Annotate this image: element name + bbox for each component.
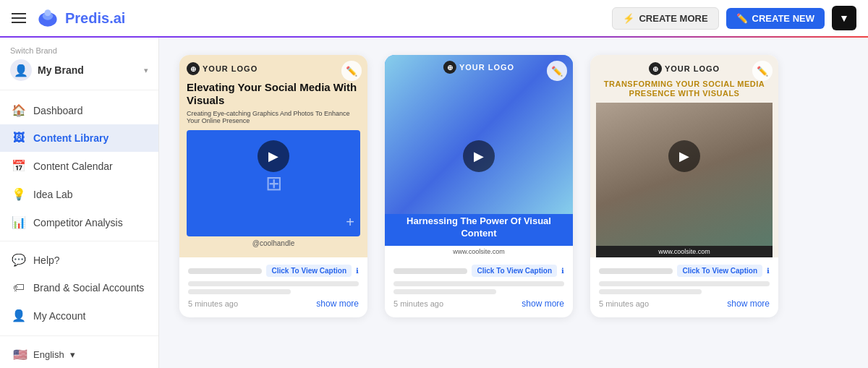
card3-title: TRANSFORMING YOUR SOCIAL MEDIA PRESENCE … — [596, 80, 773, 98]
sidebar-bottom: 🇺🇸 English ▾ — [0, 335, 158, 368]
calendar-icon: 📅 — [12, 159, 26, 173]
layout: Switch Brand 👤 My Brand ▾ 🏠 Dashboard 🖼 … — [0, 38, 868, 368]
sidebar-item-dashboard[interactable]: 🏠 Dashboard — [0, 96, 158, 124]
filter-icon: ▼ — [839, 12, 849, 24]
chevron-down-icon: ▾ — [144, 66, 148, 75]
topbar-right: ⚡ CREATE MORE ✏️ CREATE NEW ▼ — [612, 6, 856, 30]
brand-selector[interactable]: 👤 My Brand ▾ — [10, 59, 148, 81]
card1-logo-row: ⊕ YOUR LOGO — [187, 62, 360, 75]
caption-blur-2 — [393, 268, 467, 274]
svg-point-2 — [45, 9, 51, 16]
card2-play-button[interactable]: ▶ — [463, 140, 495, 172]
sidebar-item-competitor-analysis[interactable]: 📊 Competitor Analysis — [0, 208, 158, 236]
card1-edit-button[interactable]: ✏️ — [341, 61, 362, 81]
flag-icon: 🇺🇸 — [13, 348, 27, 361]
lang-chevron-icon: ▾ — [70, 349, 75, 360]
person-icon: 👤 — [14, 64, 28, 77]
content-card-1: ✏️ ⊕ YOUR LOGO Elevating Your Social Med… — [179, 55, 367, 317]
card2-body: Click To View Caption ℹ 5 minutes ago sh… — [385, 257, 573, 317]
card1-show-more[interactable]: show more — [316, 299, 359, 309]
sidebar-item-label: Idea Lab — [33, 189, 73, 200]
text-blur-4 — [393, 289, 496, 294]
card2-caption-row: Click To View Caption ℹ — [393, 265, 564, 277]
card1-media: ✏️ ⊕ YOUR LOGO Elevating Your Social Med… — [179, 55, 367, 257]
card3-url: www.coolsite.com — [596, 246, 773, 257]
card2-logo-row: ⊕ YOUR LOGO — [443, 61, 514, 74]
sidebar-item-my-account[interactable]: 👤 My Account — [0, 301, 158, 330]
card3-photo — [596, 103, 773, 246]
cards-grid: ✏️ ⊕ YOUR LOGO Elevating Your Social Med… — [179, 55, 848, 317]
create-more-button[interactable]: ⚡ CREATE MORE — [612, 7, 718, 30]
card3-body: Click To View Caption ℹ 5 minutes ago sh… — [590, 257, 778, 317]
card2-show-more[interactable]: show more — [522, 299, 564, 309]
sidebar-item-label: Competitor Analysis — [33, 217, 123, 228]
logo-badge: ⊕ — [187, 62, 200, 75]
card2-edit-button[interactable]: ✏️ — [547, 61, 567, 81]
text-blur-2 — [188, 289, 291, 294]
caption-blur-3 — [599, 268, 673, 274]
brand-switch: Switch Brand 👤 My Brand ▾ — [0, 38, 158, 90]
sidebar-item-content-calendar[interactable]: 📅 Content Calendar — [0, 152, 158, 180]
topbar-left: Predis.ai — [12, 5, 125, 31]
card3-edit-button[interactable]: ✏️ — [752, 61, 773, 81]
language-selector[interactable]: 🇺🇸 English ▾ — [10, 343, 148, 366]
card3-caption-button[interactable]: Click To View Caption — [677, 265, 762, 277]
sidebar-item-label: Content Calendar — [33, 161, 113, 172]
chat-icon: 💬 — [12, 253, 26, 267]
card2-overlay-text: Harnessing The Power Of Visual Content — [385, 210, 573, 246]
card3-logo-text: YOUR LOGO — [665, 64, 720, 73]
card3-time: 5 minutes ago — [599, 299, 649, 308]
card2-image — [385, 55, 573, 214]
chart-icon: 📊 — [12, 215, 26, 229]
card1-logo-text: YOUR LOGO — [203, 64, 258, 73]
sidebar-item-label: Content Library — [33, 132, 109, 144]
card2-caption-button[interactable]: Click To View Caption — [472, 265, 557, 277]
card1-caption-button[interactable]: Click To View Caption — [266, 265, 352, 277]
create-new-button[interactable]: ✏️ CREATE NEW — [726, 8, 825, 29]
card3-footer: 5 minutes ago show more — [599, 299, 770, 309]
nav-divider — [0, 241, 158, 241]
logo-badge: ⊕ — [649, 62, 662, 75]
card2-url: www.coolsite.com — [385, 246, 573, 257]
plus-icon: + — [346, 214, 354, 231]
sidebar-item-label: Brand & Social Accounts — [33, 282, 144, 294]
text-blur-3 — [393, 281, 564, 286]
bulb-icon: 💡 — [12, 187, 26, 201]
text-blur-5 — [599, 281, 770, 286]
sidebar: Switch Brand 👤 My Brand ▾ 🏠 Dashboard 🖼 … — [0, 38, 159, 368]
card2-footer: 5 minutes ago show more — [393, 299, 564, 309]
main-content: ✏️ ⊕ YOUR LOGO Elevating Your Social Med… — [159, 38, 868, 368]
sidebar-item-brand-social[interactable]: 🏷 Brand & Social Accounts — [0, 274, 158, 301]
card2-img-placeholder — [385, 55, 573, 214]
sidebar-item-label: Help? — [33, 254, 60, 266]
pencil-icon: ✏️ — [736, 13, 748, 24]
info-icon-3: ℹ — [767, 267, 770, 275]
card3-play-button[interactable]: ▶ — [668, 140, 700, 172]
info-icon: ℹ — [356, 267, 359, 275]
sidebar-item-idea-lab[interactable]: 💡 Idea Lab — [0, 180, 158, 208]
logo-text: Predis.ai — [65, 10, 125, 27]
card2-media: ✏️ ⊕ YOUR LOGO Harnessing The Power Of V… — [385, 55, 573, 257]
card1-play-button[interactable]: ▶ — [258, 140, 289, 172]
filter-button[interactable]: ▼ — [832, 6, 856, 30]
predis-logo-icon — [35, 5, 61, 31]
card1-footer: 5 minutes ago show more — [188, 299, 359, 309]
brand-switch-label: Switch Brand — [10, 46, 148, 55]
content-card-2: ✏️ ⊕ YOUR LOGO Harnessing The Power Of V… — [385, 55, 573, 317]
card1-title: Elevating Your Social Media With Visuals — [187, 81, 360, 107]
sidebar-item-label: My Account — [33, 310, 85, 322]
content-card-3: ✏️ ⊕ YOUR LOGO TRANSFORMING YOUR SOCIAL … — [590, 55, 778, 317]
home-icon: 🏠 — [12, 103, 26, 117]
sidebar-item-help[interactable]: 💬 Help? — [0, 246, 158, 274]
card1-caption-row: Click To View Caption ℹ — [188, 265, 359, 277]
topbar: Predis.ai ⚡ CREATE MORE ✏️ CREATE NEW ▼ — [0, 0, 868, 38]
card3-caption-row: Click To View Caption ℹ — [599, 265, 770, 277]
hamburger-menu[interactable] — [12, 13, 26, 23]
logo: Predis.ai — [35, 5, 125, 31]
account-icon: 👤 — [12, 309, 26, 322]
text-blur-6 — [599, 289, 702, 294]
caption-blur-1 — [188, 268, 262, 274]
sidebar-item-content-library[interactable]: 🖼 Content Library — [0, 124, 158, 152]
language-label: English — [33, 349, 64, 360]
card3-show-more[interactable]: show more — [727, 299, 770, 309]
